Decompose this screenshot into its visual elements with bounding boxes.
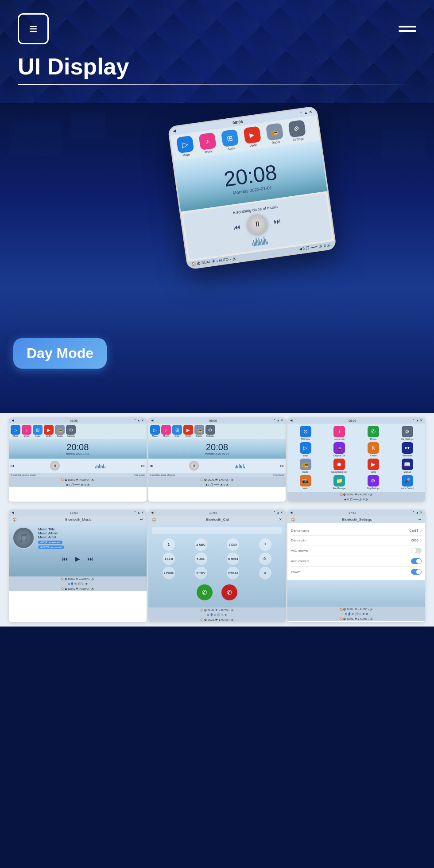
app-radio[interactable]: 📻 Radio (289, 459, 322, 473)
nav-music[interactable]: ♪ Music (196, 132, 219, 155)
nav-settings[interactable]: ⚙ Settings (286, 120, 308, 142)
day-mode-badge: Day Mode (13, 338, 107, 369)
bt-music-content: 🎵 Music Title Music Album Music Artist A… (9, 523, 147, 576)
app-original-car[interactable]: 🚗 Original Car (323, 442, 356, 457)
grid-row-1: ◀ 08:06 ⌃ ▲ ✕ ▷Maps ♪Music ⊞Apps ▶Vedio (0, 413, 434, 506)
mini-nav-1: ▷Maps ♪Music ⊞Apps ▶Vedio 📻Radio ⚙Settin… (9, 424, 147, 439)
call-accept-button[interactable]: ✆ (197, 584, 213, 600)
mini-prev-2[interactable]: ⏮ (150, 464, 154, 468)
app-bluetooth[interactable]: BT Bluetooth (391, 442, 423, 457)
bt-settings-bg (287, 580, 425, 607)
bt-next-icon[interactable]: ⏭ (87, 555, 93, 562)
app-avin[interactable]: 📷 Avin (289, 475, 322, 490)
mini-phone-music-2: ◀ 08:06 ⌃ ▲ ✕ ▷Maps ♪Music ⊞Apps ▶Vedio (148, 417, 286, 502)
header-top: ≡ (18, 13, 416, 44)
mini-status-1: 🏠 ⏻ DUAL ✳ ↺ AUTO ↩ 🔊 (9, 477, 147, 482)
app-360view[interactable]: ⊙ 360 view (289, 426, 322, 440)
auto-answer-toggle[interactable] (411, 548, 422, 553)
app-disp-settings[interactable]: ⚙ DispSettings (357, 475, 390, 490)
dial-star[interactable]: * (259, 538, 271, 551)
setting-device-name: Device name CarBT › (291, 526, 422, 536)
dial-6[interactable]: 6 MNO (227, 553, 239, 565)
dial-4[interactable]: 4 GHI (163, 553, 175, 565)
app-localmusic[interactable]: ♪ Localmusic (323, 426, 356, 440)
bt-album-info: 🎵 Music Title Music Album Music Artist A… (12, 527, 143, 549)
mini-topbar-1: ◀ 08:06 ⌃ ▲ ✕ (9, 417, 147, 424)
nav-maps[interactable]: ▷ Maps (174, 135, 197, 158)
dial-8[interactable]: 8 TUV (195, 567, 207, 579)
mini-phone-music-1: ◀ 08:06 ⌃ ▲ ✕ ▷Maps ♪Music ⊞Apps ▶Vedio (9, 417, 147, 502)
mini-next-2[interactable]: ⏭ (280, 464, 284, 468)
bt-settings-topbar: ◀ 17:53 ⌃ ▲ ✕ (287, 510, 425, 516)
mini-home-3: ◀ 0 🎵 ━━━ 🔊 0 🔊 (287, 497, 425, 502)
dial-hash[interactable]: # (259, 567, 271, 579)
header-divider (18, 84, 416, 85)
app-phone[interactable]: ✆ Phone (357, 426, 390, 440)
bt-call-content: 1 2 ABC 3 DEF * 4 GHI 5 JKL 6 MNO 0- 7 P… (148, 523, 286, 607)
bt-music-header: 🏠 Bluetooth_Music ↩ (9, 516, 147, 523)
app-voice-control[interactable]: 🎤 Voice Control (391, 475, 423, 490)
next-icon[interactable]: ⏭ (273, 217, 281, 226)
grid-row-2: ◀ 17:53 ⌃ ▲ ✕ 🏠 Bluetooth_Music ↩ 🎵 Musi… (0, 510, 434, 627)
bt-settings-status: 🏠 ⏻ DUAL ✳ ↺ AUTO ↩ 🔊 (287, 607, 425, 611)
app-maps[interactable]: ▷ Maps (289, 442, 322, 457)
setting-auto-answer: Auto answer (291, 545, 422, 556)
dial-1[interactable]: 1 (163, 538, 175, 551)
setting-power: Power (291, 567, 422, 577)
logo-icon: ≡ (18, 13, 49, 44)
hamburger-menu[interactable] (399, 26, 416, 32)
nav-radio[interactable]: 📻 Radio (264, 123, 286, 145)
album-text: Music Title Music Album Music Artist A2D… (38, 527, 64, 549)
mini-prev-1[interactable]: ⏮ (11, 464, 14, 468)
app-manual[interactable]: 📖 Manual (391, 459, 423, 473)
mini-status-2: 🏠 ⏻ DUAL ✳ ↺ AUTO ↩ 🔊 (148, 477, 286, 482)
nav-vedio[interactable]: ▶ Vedio (241, 126, 264, 148)
hamburger-line-1 (399, 26, 416, 27)
call-decline-button[interactable]: ✆ (221, 584, 237, 600)
call-input-display (152, 527, 283, 534)
section-gap (0, 506, 434, 510)
mini-home-2: ◀ 0 🎵 ━━━ 🔊 0 🔊 (148, 482, 286, 487)
mini-nav-2: ▷Maps ♪Music ⊞Apps ▶Vedio 📻Radio ⚙Settin… (148, 424, 286, 439)
dial-0minus[interactable]: 0- (259, 553, 271, 565)
bt-settings-header: 🏠 Bluetooth_Settings ↩ (287, 516, 425, 523)
bt-music-status: 🏠 ⏻ DUAL ✳ ↺ AUTO ↩ 🔊 (9, 576, 147, 581)
power-toggle[interactable] (411, 569, 422, 575)
dial-3[interactable]: 3 DEF (227, 538, 239, 551)
device-pin-arrow[interactable]: › (420, 538, 422, 543)
apps-grid: ⊙ 360 view ♪ Localmusic ✆ Phone ⚙ Car Se… (287, 424, 425, 492)
app-video[interactable]: ▶ Video (357, 459, 390, 473)
bt-play-icon[interactable]: ▶ (75, 555, 80, 562)
dial-2[interactable]: 2 ABC (195, 538, 207, 551)
dial-7[interactable]: 7 PQRS (163, 567, 175, 579)
large-phone-mockup: ◀ 08:06 ⌃ ▲ ✕ ▷ Maps ♪ Music ⊞ Apps (167, 106, 337, 270)
auto-connect-toggle[interactable] (411, 558, 422, 564)
album-art: 🎵 (12, 527, 35, 549)
app-file-manager[interactable]: 📁 File Manager (323, 475, 356, 490)
setting-auto-connect: Auto connect (291, 556, 422, 567)
call-actions: ✆ ✆ (152, 581, 283, 604)
device-name-arrow[interactable]: › (420, 528, 422, 533)
bt-prev-icon[interactable]: ⏮ (62, 555, 68, 562)
dialpad: 1 2 ABC 3 DEF * 4 GHI 5 JKL 6 MNO 0- 7 P… (152, 537, 283, 581)
dial-5[interactable]: 5 JKL (195, 553, 207, 565)
mini-clock-1: 20:08 Monday 2023-01-01 (9, 439, 147, 459)
app-kuwoo[interactable]: K Kuwoo (357, 442, 390, 457)
app-sound-recorder[interactable]: ⏺ Sound Recorder (323, 459, 356, 473)
mini-topbar-3: ◀ 08:06 ⌃ ▲ ✕ (287, 417, 425, 424)
mini-clock-2: 20:08 Monday 2023-01-01 (148, 439, 286, 459)
phone-time-display: 08:06 (232, 119, 243, 125)
app-car-settings[interactable]: ⚙ Car Settings (391, 426, 423, 440)
bt-music-topbar: ◀ 17:53 ⌃ ▲ ✕ (9, 510, 147, 516)
mini-next-1[interactable]: ⏭ (141, 464, 145, 468)
bt-call-home: ⊞ 👤 ✆ 🎵 📎 👁 (148, 612, 286, 617)
bt-call-status: 🏠 ⏻ DUAL ✳ ↺ AUTO ↩ 🔊 (148, 607, 286, 612)
mini-play-2[interactable]: ⏸ (189, 461, 199, 471)
mini-music-1: ⏮ ⏸ ⏭ (9, 459, 147, 473)
dial-9[interactable]: 9 WXYZ (227, 567, 239, 579)
prev-icon[interactable]: ⏮ (233, 222, 241, 231)
bt-call-topbar: ◀ 17:53 ⌃ ▲ ✕ (148, 510, 286, 516)
mini-play-1[interactable]: ⏸ (50, 461, 60, 471)
nav-apps[interactable]: ⊞ Apps (219, 129, 241, 152)
play-pause-button[interactable]: ⏸ (246, 213, 268, 235)
